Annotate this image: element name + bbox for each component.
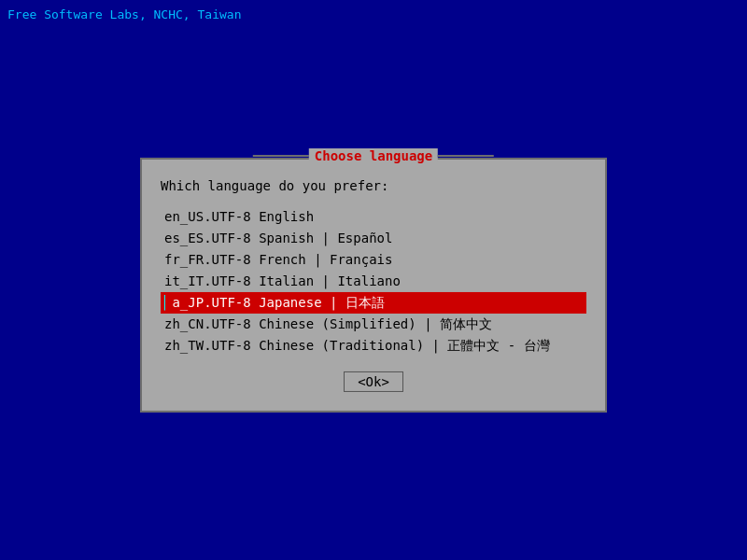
language-item-ja_JP[interactable]: ▏a_JP.UTF-8 Japanese | 日本語: [161, 292, 586, 314]
dialog-prompt: Which language do you prefer:: [161, 178, 586, 193]
language-item-it_IT[interactable]: it_IT.UTF-8 Italian | Italiano: [161, 271, 586, 292]
title-line-right: [438, 155, 494, 157]
cursor-indicator: ▏: [164, 295, 172, 310]
ok-button[interactable]: <Ok>: [344, 371, 403, 392]
dialog-title: Choose language: [309, 148, 438, 163]
title-line-left: [253, 155, 309, 157]
language-item-zh_TW[interactable]: zh_TW.UTF-8 Chinese (Traditional) | 正體中文…: [161, 335, 586, 357]
language-item-zh_CN[interactable]: zh_CN.UTF-8 Chinese (Simplified) | 简体中文: [161, 314, 586, 335]
ok-btn-row: <Ok>: [161, 371, 586, 392]
language-item-fr_FR[interactable]: fr_FR.UTF-8 French | Français: [161, 249, 586, 271]
language-list: en_US.UTF-8 English es_ES.UTF-8 Spanish …: [161, 206, 586, 357]
language-item-en_US[interactable]: en_US.UTF-8 English: [161, 206, 586, 228]
top-bar-text: Free Software Labs, NCHC, Taiwan: [7, 7, 241, 21]
dialog: Choose language Which language do you pr…: [140, 158, 607, 413]
language-item-es_ES[interactable]: es_ES.UTF-8 Spanish | Español: [161, 228, 586, 249]
dialog-wrapper: Choose language Which language do you pr…: [140, 158, 607, 413]
dialog-title-bar: Choose language: [253, 148, 494, 163]
